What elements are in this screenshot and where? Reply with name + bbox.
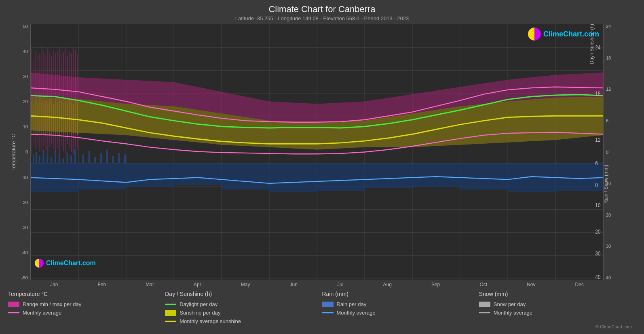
logo-text-bottom: ClimeChart.com (46, 260, 96, 267)
svg-text:20: 20 (595, 228, 600, 235)
svg-text:18: 18 (595, 90, 600, 97)
legend-label-rain-avg: Monthly average (337, 310, 376, 316)
svg-rect-37 (39, 155, 40, 163)
legend-item-sunshine-avg: Monthly average sunshine (165, 318, 322, 324)
chart-title: Climate Chart for Canberra (8, 4, 636, 15)
svg-rect-28 (269, 163, 317, 192)
svg-rect-45 (70, 155, 72, 163)
legend-col-sunshine: Day / Sunshine (h) Daylight per day Suns… (165, 291, 322, 324)
svg-rect-31 (412, 163, 460, 187)
legend-title-sunshine: Day / Sunshine (h) (165, 291, 322, 297)
legend-col-rain: Rain (mm) Rain per day Monthly average (322, 291, 479, 324)
svg-rect-46 (74, 149, 76, 163)
svg-rect-54 (124, 154, 126, 163)
svg-rect-36 (36, 152, 37, 163)
legend-swatch-rain (322, 302, 334, 307)
svg-rect-25 (126, 163, 174, 187)
legend-title-temperature: Temperature °C (8, 291, 165, 297)
legend-label-sunshine-swatch: Sunshine per day (179, 310, 220, 316)
right-axis-label-2: Rain / Snow (mm) (603, 165, 609, 204)
legend-label-temp-range: Range min / max per day (23, 301, 81, 307)
chart-subtitle: Latitude -35.255 - Longitude 149.08 - El… (8, 15, 636, 21)
svg-rect-43 (63, 158, 64, 163)
legend-label-snow-avg: Monthly average (494, 310, 532, 316)
svg-text:0: 0 (595, 182, 598, 188)
logo-icon-bottom (35, 259, 44, 268)
svg-rect-49 (94, 157, 96, 163)
y-axis-left: Temperature °C 50 40 30 20 10 0 -10 -20 … (8, 24, 30, 280)
svg-text:10: 10 (595, 202, 600, 208)
legend-label-snow-swatch: Snow per day (494, 301, 526, 307)
legend-line-sunshine-avg (165, 321, 176, 322)
svg-rect-47 (82, 154, 84, 163)
logo-bottom-left: ClimeChart.com (35, 259, 96, 268)
legend-swatch-temp-range (8, 302, 19, 307)
legend-title-rain: Rain (mm) (322, 291, 479, 297)
right-axis-ticks: 24 18 12 6 0 10 20 30 40 (606, 24, 611, 280)
page-wrapper: Climate Chart for Canberra Latitude -35.… (0, 0, 644, 334)
chart-svg: 24 18 12 6 0 10 20 30 40 (31, 24, 603, 280)
legend-title-snow: Snow (mm) (479, 291, 636, 297)
legend-item-rain-swatch: Rain per day (322, 301, 479, 307)
svg-text:6: 6 (595, 160, 598, 166)
legend-swatch-sunshine (165, 310, 176, 316)
svg-rect-48 (89, 151, 90, 163)
svg-rect-44 (67, 153, 68, 163)
legend-item-snow-swatch: Snow per day (479, 301, 636, 307)
svg-rect-50 (100, 153, 102, 163)
svg-rect-27 (222, 163, 269, 189)
legend-item-sunshine-swatch: Sunshine per day (165, 310, 322, 316)
legend-label-sunshine-avg: Monthly average sunshine (179, 318, 241, 324)
chart-main: ClimeChart.com ClimeChart.com (30, 24, 604, 280)
legend-item-temp-avg: Monthly average (8, 310, 165, 316)
legend-label-temp-avg: Monthly average (23, 310, 61, 316)
svg-rect-51 (106, 150, 108, 163)
legend-col-snow: Snow (mm) Snow per day Monthly average (479, 291, 636, 324)
legend-line-snow-avg (479, 312, 490, 313)
x-axis: Jan Feb Mar Apr May Jun Jul Aug Sep Oct … (8, 280, 604, 287)
svg-text:40: 40 (595, 274, 600, 280)
legend-item-rain-avg: Monthly average (322, 310, 479, 316)
svg-rect-26 (174, 163, 222, 185)
svg-rect-53 (118, 153, 120, 163)
legend-line-temp-avg (8, 312, 19, 313)
svg-rect-38 (43, 150, 44, 163)
svg-rect-30 (365, 163, 412, 188)
legend-item-temp-range: Range min / max per day (8, 301, 165, 307)
svg-rect-32 (460, 163, 508, 189)
copyright: © ClimeChart.com (8, 324, 636, 330)
svg-text:24: 24 (595, 44, 600, 51)
chart-area: Temperature °C 50 40 30 20 10 0 -10 -20 … (8, 24, 636, 280)
svg-rect-24 (78, 163, 126, 189)
svg-rect-40 (51, 157, 52, 163)
svg-rect-41 (55, 151, 56, 163)
svg-rect-39 (46, 153, 48, 163)
svg-rect-29 (317, 163, 365, 191)
svg-rect-52 (112, 156, 114, 163)
legend-area: Temperature °C Range min / max per day M… (8, 287, 636, 324)
legend-item-snow-avg: Monthly average (479, 310, 636, 316)
legend-swatch-snow (479, 302, 490, 307)
y-axis-right: Day / Sunshine (h) Rain / Snow (mm) 24 1… (604, 24, 636, 280)
legend-line-rain-avg (322, 312, 334, 313)
right-axis-label-1: Day / Sunshine (h) (589, 24, 595, 64)
y-label-left: Temperature °C (11, 134, 17, 170)
svg-rect-35 (33, 154, 34, 163)
legend-item-daylight: Daylight per day (165, 301, 322, 307)
svg-text:30: 30 (595, 250, 600, 257)
legend-col-temperature: Temperature °C Range min / max per day M… (8, 291, 165, 324)
legend-label-daylight: Daylight per day (179, 301, 217, 307)
svg-rect-42 (59, 154, 60, 163)
logo-top-right: ClimeChart.com (528, 28, 599, 40)
legend-label-rain-swatch: Rain per day (337, 301, 367, 307)
legend-line-daylight (165, 304, 176, 305)
logo-icon-top (528, 28, 541, 40)
svg-text:12: 12 (595, 136, 600, 143)
